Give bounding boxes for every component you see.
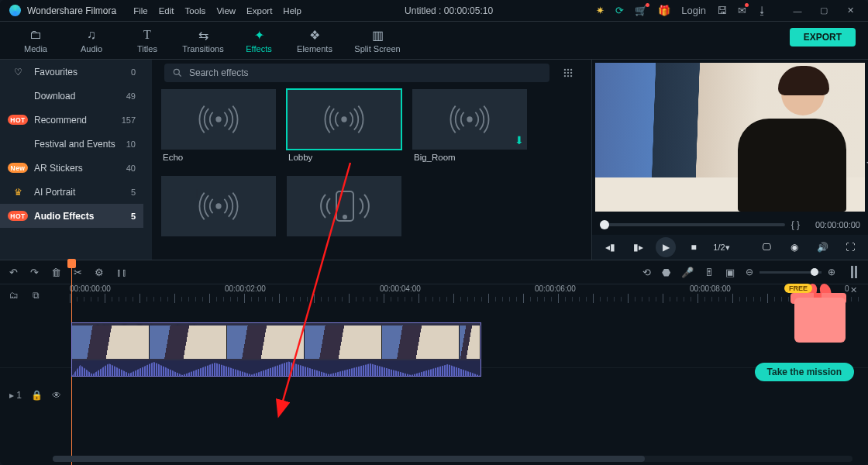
gift-promo[interactable]: FREE	[786, 282, 854, 356]
view-grid-icon[interactable]	[557, 64, 579, 81]
sidebar-item-favourites[interactable]: ♡ Favourites 0	[0, 60, 143, 84]
sidebar-item-download[interactable]: Download 49	[0, 84, 143, 108]
top-pane: ♡ Favourites 0 Download 49 HOT Recommend…	[0, 60, 868, 260]
track-options-icon[interactable]: 🗂	[9, 290, 19, 301]
title-bar: Wondershare Filmora File Edit Tools View…	[0, 0, 868, 22]
redo-button[interactable]: ↷	[30, 267, 39, 278]
window-maximize[interactable]: ▢	[811, 2, 837, 19]
zoom-control: ⊖ ⊕	[746, 267, 835, 277]
new-badge: New	[8, 163, 28, 173]
ribbon: 🗀 Media ♫ Audio T Titles ⇆ Transitions ✦…	[0, 22, 868, 60]
menu-file[interactable]: File	[133, 6, 148, 16]
sidebar-item-recommend[interactable]: HOT Recommend 157	[0, 108, 143, 132]
mixer-icon[interactable]: 🎚	[704, 267, 715, 278]
main-menu: File Edit Tools View Export Help	[133, 6, 301, 16]
fullscreen-button[interactable]: ⛶	[840, 237, 860, 257]
preview-display-icon[interactable]: 🖵	[756, 237, 777, 257]
folder-icon: 🗀	[29, 27, 42, 43]
effect-echo[interactable]: Echo	[161, 89, 276, 165]
preview-video[interactable]	[595, 63, 865, 212]
tab-audio[interactable]: ♫ Audio	[64, 22, 119, 59]
menu-tools[interactable]: Tools	[185, 6, 206, 16]
mic-icon[interactable]: 🎤	[681, 267, 694, 278]
preview-ratio[interactable]: 1/2 ▾	[711, 237, 732, 257]
visibility-icon[interactable]: 👁	[52, 390, 61, 401]
svg-point-2	[564, 69, 566, 71]
window-minimize[interactable]: —	[784, 2, 811, 19]
download-arrow-icon[interactable]: ⬇	[515, 134, 524, 146]
window-close[interactable]: ✕	[837, 2, 863, 19]
tab-transitions[interactable]: ⇆ Transitions	[175, 22, 231, 59]
timeline-scrollbar[interactable]	[53, 456, 852, 462]
tab-media[interactable]: 🗀 Media	[8, 22, 64, 59]
scrub-track[interactable]	[600, 223, 785, 226]
lightbulb-icon[interactable]: ✷	[596, 5, 604, 16]
audio-bars-icon[interactable]: ⫿⫿	[116, 267, 127, 278]
video-track[interactable]: Add Audio effects sample video	[71, 322, 862, 377]
refresh-icon[interactable]: ⟳	[615, 5, 624, 16]
timeline-panel: ↶ ↷ 🗑 ✂ ⚙ ⫿⫿ ⟲ ⬣ 🎤 🎚 ▣ ⊖ ⊕ ✕ 🗂 ⧉ 00:00:0…	[0, 260, 868, 465]
login-link[interactable]: Login	[681, 5, 706, 16]
search-icon	[172, 67, 183, 78]
take-mission-button[interactable]: Take the mission	[755, 363, 854, 381]
svg-point-0	[174, 69, 179, 74]
time-ruler[interactable]: 00:00:00:00 00:00:02:00 00:00:04:00 00:0…	[70, 284, 862, 306]
effect-item[interactable]	[161, 176, 276, 243]
sidebar-item-audio-effects[interactable]: HOT Audio Effects 5	[0, 204, 143, 228]
link-icon[interactable]: ⧉	[33, 290, 40, 301]
tab-effects[interactable]: ✦ Effects	[231, 22, 287, 59]
render-icon[interactable]: ⟲	[642, 267, 651, 278]
menu-export[interactable]: Export	[246, 6, 272, 16]
stop-button[interactable]: ■	[684, 237, 704, 257]
document-title: Untitled : 00:00:05:10	[301, 5, 596, 16]
settings-icon[interactable]: ⚙	[95, 267, 104, 278]
zoom-in-button[interactable]: ⊕	[828, 267, 835, 277]
menu-edit[interactable]: Edit	[159, 6, 174, 16]
prev-frame-button[interactable]: ◂▮	[600, 237, 620, 257]
effect-big-room[interactable]: ⬇ Big_Room	[412, 89, 527, 165]
menu-help[interactable]: Help	[283, 6, 301, 16]
music-icon: ♫	[87, 27, 96, 43]
audio-meter-icon[interactable]	[851, 266, 857, 278]
gift-icon[interactable]: 🎁	[658, 5, 670, 16]
tab-titles[interactable]: T Titles	[119, 22, 175, 59]
preview-timecode: 00:00:00:00	[806, 220, 860, 229]
search-input[interactable]: Search effects	[164, 64, 549, 82]
svg-point-12	[342, 117, 346, 122]
lock-icon[interactable]: 🔒	[31, 390, 43, 401]
save-icon[interactable]: 🖫	[717, 5, 727, 16]
sidebar-item-ai-portrait[interactable]: ♛ AI Portrait 5	[0, 180, 143, 204]
effect-lobby[interactable]: Lobby	[287, 89, 401, 165]
export-button[interactable]: EXPORT	[790, 28, 856, 46]
menu-view[interactable]: View	[216, 6, 236, 16]
crop-icon[interactable]: ▣	[725, 267, 735, 278]
tab-split-screen[interactable]: ▥ Split Screen	[343, 22, 412, 59]
volume-button[interactable]: 🔊	[812, 237, 832, 257]
sidebar-item-ar-stickers[interactable]: New AR Stickers 40	[0, 156, 143, 180]
zoom-slider[interactable]	[760, 271, 822, 274]
free-badge: FREE	[784, 284, 812, 293]
delete-button[interactable]: 🗑	[51, 267, 61, 278]
play-button[interactable]: ▶	[656, 237, 676, 257]
svg-point-16	[343, 215, 346, 219]
snapshot-button[interactable]: ◉	[784, 237, 804, 257]
effect-phone[interactable]	[287, 176, 401, 243]
split-icon: ▥	[372, 27, 384, 43]
tab-elements[interactable]: ❖ Elements	[287, 22, 343, 59]
sidebar-item-festival[interactable]: Festival and Events 10	[0, 132, 143, 156]
undo-button[interactable]: ↶	[9, 267, 18, 278]
hot-badge: HOT	[8, 115, 28, 125]
app-name: Wondershare Filmora	[27, 5, 116, 16]
step-back-button[interactable]: ▮▸	[628, 237, 648, 257]
marker-icon[interactable]: ⬣	[662, 267, 670, 278]
svg-line-1	[179, 74, 181, 77]
video-clip[interactable]: Add Audio effects sample video	[71, 322, 481, 377]
zoom-out-button[interactable]: ⊖	[746, 267, 753, 277]
scrub-handle[interactable]	[600, 220, 609, 229]
timeline-header: 🗂 ⧉ 00:00:00:00 00:00:02:00 00:00:04:00 …	[0, 284, 868, 306]
mail-icon[interactable]: ✉	[738, 5, 746, 16]
svg-point-7	[570, 72, 572, 74]
cart-icon[interactable]: 🛒	[635, 5, 647, 16]
effects-grid: Echo Lobby ⬇ Big_Room	[152, 86, 591, 246]
download-icon[interactable]: ⭳	[757, 5, 767, 16]
